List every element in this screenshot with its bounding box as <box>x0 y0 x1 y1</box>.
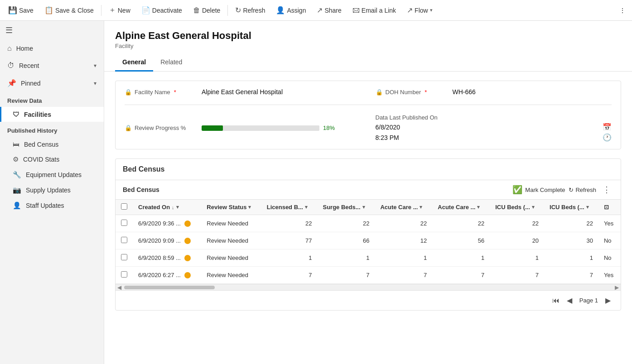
content-area: Alpine East General Hospital Facility Ge… <box>104 21 632 364</box>
col-resize-icon[interactable]: ⊡ <box>604 204 609 211</box>
sidebar-item-recent[interactable]: ⏱ Recent ▾ <box>0 57 104 74</box>
flow-button[interactable]: ↗ Flow ▾ <box>402 2 437 19</box>
bed-census-icon: 🛏 <box>13 140 19 148</box>
row-status: Review Needed <box>201 249 261 267</box>
row-icu-beds-1: 1 <box>490 249 544 267</box>
covid-icon: ⚙ <box>13 155 19 163</box>
page-title: Alpine East General Hospital <box>115 30 621 42</box>
doh-number-label: 🔒 DOH Number * <box>376 89 448 96</box>
page-label: Page 1 <box>577 297 601 304</box>
filter-chevron-icon-5[interactable]: ▾ <box>477 204 480 210</box>
filter-chevron-icon-2[interactable]: ▾ <box>305 204 308 210</box>
filter-chevron-icon-3[interactable]: ▾ <box>362 204 365 210</box>
scroll-right-arrow[interactable]: ▶ <box>615 284 619 291</box>
email-icon: 🖂 <box>352 6 360 14</box>
data-published-date: 6/8/2020 <box>376 124 400 131</box>
select-all-checkbox[interactable] <box>121 203 127 210</box>
sidebar-item-covid-stats[interactable]: ⚙ COVID Stats <box>0 152 104 167</box>
delete-button[interactable]: 🗑 Delete <box>188 2 225 19</box>
row-checkbox-1[interactable] <box>121 237 127 243</box>
horizontal-scrollbar[interactable]: ◀ ▶ <box>116 284 621 290</box>
row-checkbox-cell <box>116 249 133 267</box>
main-layout: ☰ ⌂ Home ⏱ Recent ▾ 📌 Pinned ▾ Review Da… <box>0 21 632 364</box>
row-extra: No <box>598 232 621 249</box>
flow-icon: ↗ <box>407 6 413 14</box>
header-licensed-b: Licensed B... ▾ <box>261 200 318 215</box>
home-icon: ⌂ <box>7 44 12 53</box>
row-created-on: 6/9/2020 9:36 ... <box>133 215 201 232</box>
tab-general[interactable]: General <box>115 55 153 72</box>
sidebar-item-bed-census[interactable]: 🛏 Bed Census <box>0 137 104 152</box>
row-icu-beds-2: 30 <box>544 232 598 249</box>
filter-chevron-icon-0[interactable]: ▾ <box>176 204 179 210</box>
row-checkbox-3[interactable] <box>121 271 127 278</box>
new-button[interactable]: ＋ New <box>104 2 135 19</box>
email-link-button[interactable]: 🖂 Email a Link <box>348 2 400 19</box>
row-icu-beds-2: 1 <box>544 249 598 267</box>
assign-button[interactable]: 👤 Assign <box>271 2 310 19</box>
pinned-chevron-icon: ▾ <box>94 80 96 86</box>
page-subtitle: Facility <box>115 43 621 49</box>
row-status: Review Needed <box>201 232 261 249</box>
deactivate-button[interactable]: 📄 Deactivate <box>137 2 187 19</box>
facilities-icon: 🛡 <box>13 110 19 118</box>
next-page-button[interactable]: ▶ <box>603 294 613 307</box>
table-row[interactable]: 6/9/2020 6:27 ... Review Needed 7 7 7 7 … <box>116 267 621 284</box>
delete-icon: 🗑 <box>193 6 200 14</box>
row-extra: No <box>598 249 621 267</box>
table-row[interactable]: 6/9/2020 9:09 ... Review Needed 77 66 12… <box>116 232 621 249</box>
save-close-button[interactable]: 📋 Save & Close <box>40 2 98 19</box>
refresh-icon: ↻ <box>235 6 241 14</box>
scroll-thumb[interactable] <box>124 286 215 289</box>
facility-name-value[interactable]: Alpine East General Hospital <box>202 88 283 96</box>
filter-chevron-icon-6[interactable]: ▾ <box>532 204 535 210</box>
filter-chevron-icon-7[interactable]: ▾ <box>586 204 589 210</box>
lock-icon-facility: 🔒 <box>125 89 132 96</box>
row-created-on: 6/9/2020 9:09 ... <box>133 232 201 249</box>
sidebar-item-home[interactable]: ⌂ Home <box>0 40 104 57</box>
sort-down-icon[interactable]: ↓ <box>172 205 174 210</box>
filter-chevron-icon-1[interactable]: ▾ <box>248 204 251 210</box>
first-page-button[interactable]: ⏮ <box>550 295 562 307</box>
sidebar-item-equipment-updates[interactable]: 🔧 Equipment Updates <box>0 167 104 182</box>
supply-icon: 📷 <box>13 186 21 194</box>
row-checkbox-0[interactable] <box>121 220 127 226</box>
row-icu-beds-1: 7 <box>490 267 544 284</box>
share-button[interactable]: ↗ Share <box>312 2 346 19</box>
mark-complete-button[interactable]: ✅ Mark Complete <box>512 185 565 195</box>
row-extra: Yes <box>598 215 621 232</box>
row-checkbox-2[interactable] <box>121 254 127 260</box>
refresh-button[interactable]: ↻ Refresh <box>231 2 270 19</box>
doh-number-value[interactable]: WH-666 <box>453 88 476 96</box>
sidebar-item-pinned[interactable]: 📌 Pinned ▾ <box>0 74 104 92</box>
row-checkbox-cell <box>116 215 133 232</box>
sidebar-hamburger-button[interactable]: ☰ <box>0 21 104 40</box>
row-icu-beds-2: 7 <box>544 267 598 284</box>
row-created-on: 6/9/2020 6:27 ... <box>133 267 201 284</box>
row-acute-care-2: 1 <box>432 249 490 267</box>
header-review-status: Review Status ▾ <box>201 200 261 215</box>
prev-page-button[interactable]: ◀ <box>564 294 575 307</box>
sidebar-item-supply-updates[interactable]: 📷 Supply Updates <box>0 182 104 198</box>
review-data-label: Review Data <box>0 92 104 107</box>
row-status: Review Needed <box>201 215 261 232</box>
header-checkbox-col <box>116 200 133 215</box>
equipment-icon: 🔧 <box>13 171 21 179</box>
row-acute-care-1: 12 <box>375 232 432 249</box>
tab-related[interactable]: Related <box>153 55 189 72</box>
separator-2 <box>227 5 228 16</box>
filter-chevron-icon-4[interactable]: ▾ <box>420 204 422 210</box>
table-row[interactable]: 6/9/2020 9:36 ... Review Needed 22 22 22… <box>116 215 621 232</box>
scroll-left-arrow[interactable]: ◀ <box>117 284 121 291</box>
row-licensed-b: 22 <box>261 215 318 232</box>
header-extra-col: ⊡ <box>598 200 621 215</box>
save-button[interactable]: 💾 Save <box>4 2 38 19</box>
bed-census-more-button[interactable]: ⋮ <box>600 184 613 196</box>
more-options-button[interactable]: ⋮ <box>617 2 628 19</box>
table-body: 6/9/2020 9:36 ... Review Needed 22 22 22… <box>116 215 621 284</box>
data-published-label: Data Last Published On <box>376 114 448 121</box>
bed-census-refresh-button[interactable]: ↻ Refresh <box>569 187 596 193</box>
sidebar-item-staff-updates[interactable]: 👤 Staff Updates <box>0 198 104 213</box>
table-row[interactable]: 6/9/2020 8:59 ... Review Needed 1 1 1 1 … <box>116 249 621 267</box>
sidebar-item-facilities[interactable]: 🛡 Facilities <box>0 107 104 122</box>
